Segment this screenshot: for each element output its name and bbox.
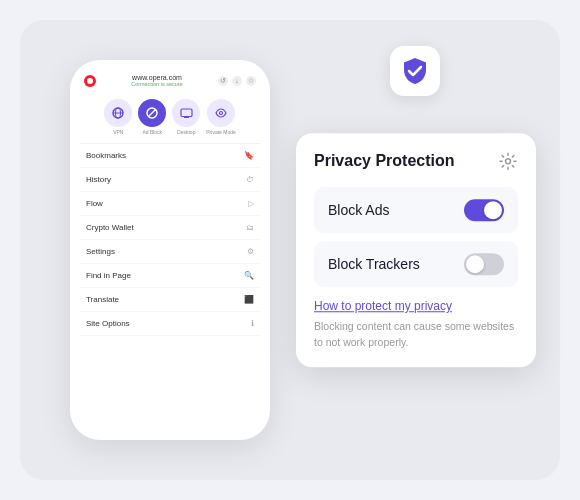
flow-label: Flow <box>86 199 103 208</box>
svg-point-9 <box>506 159 511 164</box>
site-options-icon: ℹ <box>251 319 254 328</box>
scene: www.opera.com Connection is secure ↺ ↓ ☆… <box>20 20 560 480</box>
find-icon: 🔍 <box>244 271 254 280</box>
crypto-label: Crypto Wallet <box>86 223 134 232</box>
phone-top-bar: www.opera.com Connection is secure ↺ ↓ ☆ <box>80 74 260 93</box>
block-ads-label: Block Ads <box>328 202 389 218</box>
svg-point-8 <box>220 112 223 115</box>
vpn-label: VPN <box>113 129 123 135</box>
desktop-icon-btn[interactable] <box>172 99 200 127</box>
download-icon[interactable]: ↓ <box>232 76 242 86</box>
bookmark-icon[interactable]: ☆ <box>246 76 256 86</box>
block-trackers-label: Block Trackers <box>328 256 420 272</box>
settings-icon: ⚙ <box>247 247 254 256</box>
gear-icon[interactable] <box>498 151 518 171</box>
menu-item-flow[interactable]: Flow ▷ <box>80 192 260 216</box>
block-ads-knob <box>484 201 502 219</box>
history-label: History <box>86 175 111 184</box>
reload-icon[interactable]: ↺ <box>218 76 228 86</box>
block-ads-row[interactable]: Block Ads <box>314 187 518 233</box>
block-trackers-knob <box>466 255 484 273</box>
menu-item-translate[interactable]: Translate ⬛ <box>80 288 260 312</box>
adblock-label: Ad Block <box>142 129 162 135</box>
opera-logo <box>84 75 96 87</box>
quick-icon-vpn[interactable]: VPN <box>104 99 132 135</box>
url-secure: Connection is secure <box>96 81 218 87</box>
block-ads-toggle[interactable] <box>464 199 504 221</box>
flow-icon: ▷ <box>248 199 254 208</box>
svg-line-4 <box>149 110 156 117</box>
translate-label: Translate <box>86 295 119 304</box>
shield-icon <box>399 55 431 87</box>
crypto-icon: 🗂 <box>246 223 254 232</box>
menu-item-find[interactable]: Find in Page 🔍 <box>80 264 260 288</box>
quick-icon-desktop[interactable]: Desktop <box>172 99 200 135</box>
menu-item-site-options[interactable]: Site Options ℹ <box>80 312 260 336</box>
panel-header: Privacy Protection <box>314 151 518 171</box>
menu-item-settings[interactable]: Settings ⚙ <box>80 240 260 264</box>
desktop-label: Desktop <box>177 129 195 135</box>
bookmarks-icon: 🔖 <box>244 151 254 160</box>
history-icon: ⏱ <box>246 175 254 184</box>
privacy-link[interactable]: How to protect my privacy <box>314 299 518 313</box>
svg-rect-5 <box>181 109 192 117</box>
block-trackers-toggle[interactable] <box>464 253 504 275</box>
private-label: Private Mode <box>206 129 235 135</box>
block-trackers-row[interactable]: Block Trackers <box>314 241 518 287</box>
phone-url: www.opera.com Connection is secure <box>96 74 218 87</box>
vpn-icon-btn[interactable] <box>104 99 132 127</box>
panel-title: Privacy Protection <box>314 152 455 170</box>
menu-item-history[interactable]: History ⏱ <box>80 168 260 192</box>
menu-item-bookmarks[interactable]: Bookmarks 🔖 <box>80 144 260 168</box>
phone-nav-icons: ↺ ↓ ☆ <box>218 76 256 86</box>
url-text: www.opera.com <box>96 74 218 81</box>
quick-icons-row: VPN Ad Block <box>80 93 260 141</box>
quick-icon-private[interactable]: Private Mode <box>206 99 235 135</box>
quick-icon-adblock[interactable]: Ad Block <box>138 99 166 135</box>
settings-label: Settings <box>86 247 115 256</box>
menu-items-list: Bookmarks 🔖 History ⏱ Flow ▷ Crypto Wall… <box>80 143 260 430</box>
privacy-note: Blocking content can cause some websites… <box>314 319 518 351</box>
menu-item-crypto[interactable]: Crypto Wallet 🗂 <box>80 216 260 240</box>
find-label: Find in Page <box>86 271 131 280</box>
site-options-label: Site Options <box>86 319 130 328</box>
translate-icon: ⬛ <box>244 295 254 304</box>
phone: www.opera.com Connection is secure ↺ ↓ ☆… <box>70 60 270 440</box>
shield-badge <box>390 46 440 96</box>
privacy-panel: Privacy Protection Block Ads Block Track… <box>296 133 536 367</box>
private-icon-btn[interactable] <box>207 99 235 127</box>
adblock-icon-btn[interactable] <box>138 99 166 127</box>
bookmarks-label: Bookmarks <box>86 151 126 160</box>
